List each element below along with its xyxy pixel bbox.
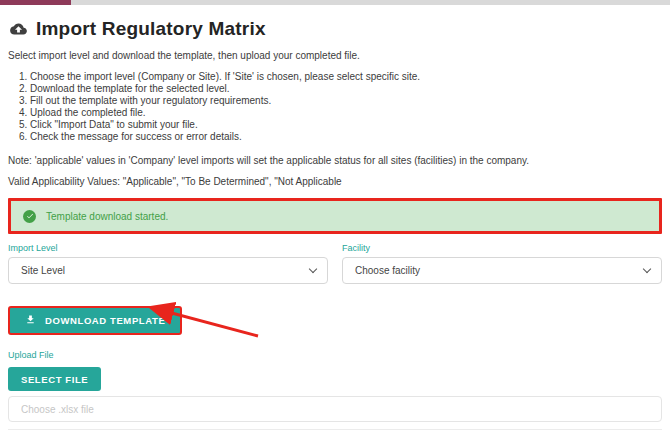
company-level-note: Note: 'applicable' values in 'Company' l…	[8, 155, 662, 166]
import-level-select[interactable]: Site Level	[8, 257, 328, 284]
cloud-upload-icon	[10, 22, 27, 36]
import-level-label: Import Level	[8, 243, 328, 253]
select-file-button[interactable]: SELECT FILE	[8, 367, 101, 391]
instruction-step: Check the message for success or error d…	[30, 131, 662, 143]
import-level-field: Import Level Site Level	[8, 243, 328, 284]
facility-value: Choose facility	[355, 265, 420, 276]
chevron-down-icon	[309, 265, 317, 273]
instruction-step: Fill out the template with your regulato…	[30, 95, 662, 107]
page-header: Import Regulatory Matrix	[10, 18, 662, 40]
facility-select[interactable]: Choose facility	[342, 257, 662, 284]
download-template-button[interactable]: DOWNLOAD TEMPLATE	[8, 306, 182, 335]
valid-applicability-values: Valid Applicability Values: "Applicable"…	[8, 176, 662, 187]
alert-message: Template download started.	[46, 211, 168, 222]
instruction-list: Choose the import level (Company or Site…	[8, 71, 662, 143]
page-subtitle: Select import level and download the tem…	[8, 50, 662, 61]
page-title: Import Regulatory Matrix	[36, 18, 266, 40]
file-name-input[interactable]	[8, 396, 662, 422]
select-file-label: SELECT FILE	[21, 374, 88, 385]
instruction-step: Upload the completed file.	[30, 107, 662, 119]
instruction-step: Choose the import level (Company or Site…	[30, 71, 662, 83]
facility-field: Facility Choose facility	[342, 243, 662, 284]
import-form-row: Import Level Site Level Facility Choose …	[8, 243, 662, 284]
instruction-step: Click "Import Data" to submit your file.	[30, 119, 662, 131]
chevron-down-icon	[643, 265, 651, 273]
success-alert-annotated: Template download started.	[8, 198, 662, 234]
facility-label: Facility	[342, 243, 662, 253]
file-download-icon	[25, 314, 36, 327]
check-circle-icon	[23, 210, 36, 223]
divider	[8, 429, 662, 430]
import-regulatory-matrix-page: Import Regulatory Matrix Select import l…	[0, 5, 670, 435]
import-level-value: Site Level	[21, 265, 65, 276]
download-template-label: DOWNLOAD TEMPLATE	[45, 315, 165, 326]
upload-file-label: Upload File	[8, 350, 662, 360]
instruction-step: Download the template for the selected l…	[30, 83, 662, 95]
